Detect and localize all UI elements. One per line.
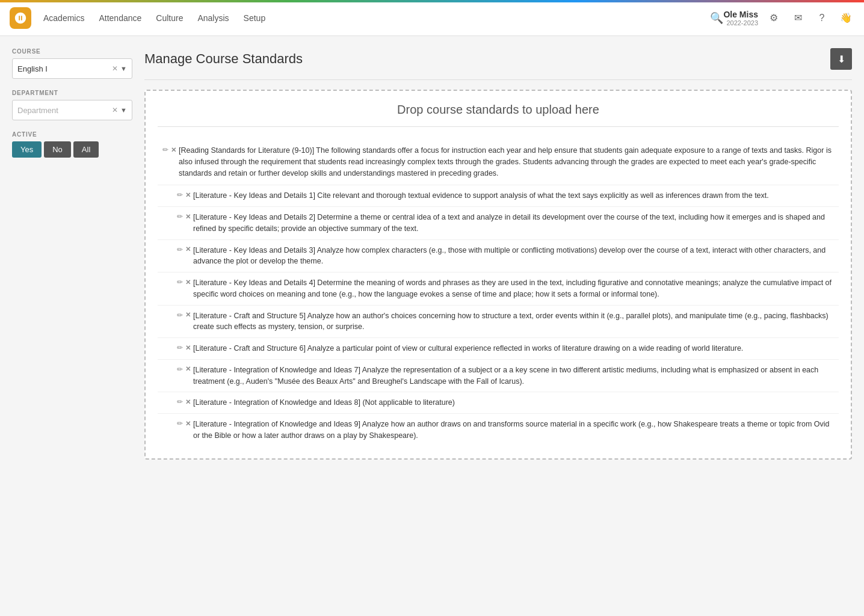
logo-icon [14, 11, 27, 25]
department-dropdown-icon[interactable]: ▼ [120, 106, 127, 114]
standard-text: [Literature - Key Ideas and Details 3] A… [193, 245, 834, 268]
help-icon[interactable]: ? [813, 10, 830, 26]
drop-zone-title: Drop course standards to upload here [158, 103, 839, 127]
school-name: Ole Miss [723, 10, 758, 19]
app-logo[interactable] [10, 7, 31, 29]
delete-icon[interactable]: ✕ [185, 365, 191, 373]
course-dropdown-icon[interactable]: ▼ [120, 65, 127, 72]
list-item: ✏✕ [Literature - Key Ideas and Details 1… [158, 185, 839, 207]
sidebar: COURSE English I ✕ ▼ DEPARTMENT Departme… [12, 48, 132, 604]
list-item: ✏✕ [Literature - Craft and Structure 6] … [158, 338, 839, 360]
standard-text: [Literature - Key Ideas and Details 2] D… [193, 212, 834, 235]
course-label: COURSE [12, 48, 132, 55]
course-select[interactable]: English I ✕ ▼ [12, 58, 132, 79]
page-title: Manage Course Standards [144, 51, 303, 67]
nav-attendance[interactable]: Attendance [99, 11, 141, 25]
standard-text: [Literature - Integration of Knowledge a… [193, 397, 455, 408]
content-header: Manage Course Standards ⬇ [144, 48, 852, 70]
delete-icon[interactable]: ✕ [185, 191, 191, 199]
list-item: ✏✕ [Literature - Key Ideas and Details 4… [158, 273, 839, 306]
nav-links: Academics Attendance Culture Analysis Se… [43, 11, 710, 25]
nav-academics[interactable]: Academics [43, 11, 84, 25]
list-item: ✏✕ [Literature - Key Ideas and Details 3… [158, 240, 839, 273]
delete-icon[interactable]: ✕ [185, 311, 191, 319]
active-group: Yes No All [12, 141, 132, 158]
edit-icon[interactable]: ✏ [177, 278, 183, 286]
settings-icon[interactable]: ⚙ [765, 10, 782, 26]
nav-analysis[interactable]: Analysis [197, 11, 229, 25]
edit-icon[interactable]: ✏ [177, 191, 183, 199]
delete-icon[interactable]: ✕ [185, 398, 191, 406]
delete-icon[interactable]: ✕ [185, 344, 191, 352]
download-button[interactable]: ⬇ [830, 48, 852, 70]
standard-row: ✏ ✕ [Reading Standards for Literature (9… [162, 145, 834, 179]
course-clear-icon[interactable]: ✕ [112, 64, 118, 73]
list-item: ✏✕ [Literature - Integration of Knowledg… [158, 392, 839, 414]
active-no-button[interactable]: No [44, 141, 71, 158]
messages-icon[interactable]: ✉ [789, 10, 806, 26]
search-icon[interactable]: 🔍 [710, 11, 723, 25]
department-label: DEPARTMENT [12, 90, 132, 96]
standard-text: [Literature - Integration of Knowledge a… [193, 365, 834, 387]
standard-text: [Literature - Craft and Structure 5] Ana… [193, 310, 834, 333]
edit-icon[interactable]: ✏ [177, 343, 183, 352]
standard-item: ✏ ✕ [Reading Standards for Literature (9… [158, 139, 839, 185]
standard-text: [Literature - Craft and Structure 6] Ana… [193, 343, 743, 354]
course-select-value: English I [17, 64, 112, 73]
delete-icon[interactable]: ✕ [185, 245, 191, 253]
active-yes-button[interactable]: Yes [12, 141, 42, 158]
department-select[interactable]: Department ✕ ▼ [12, 100, 132, 120]
delete-icon[interactable]: ✕ [185, 420, 191, 428]
active-section: ACTIVE Yes No All [12, 131, 132, 158]
standard-text: [Literature - Integration of Knowledge a… [193, 419, 834, 442]
department-placeholder: Department [17, 106, 112, 115]
drop-zone[interactable]: Drop course standards to upload here ✏ ✕… [144, 90, 852, 460]
nav-setup[interactable]: Setup [244, 11, 266, 25]
delete-icon[interactable]: ✕ [171, 146, 176, 154]
delete-icon[interactable]: ✕ [185, 279, 191, 286]
content-area: Manage Course Standards ⬇ Drop course st… [144, 48, 852, 604]
department-section: DEPARTMENT Department ✕ ▼ [12, 90, 132, 120]
department-clear-icon[interactable]: ✕ [112, 106, 118, 114]
standard-text: [Reading Standards for Literature (9-10)… [179, 145, 834, 179]
edit-icon[interactable]: ✏ [162, 146, 168, 154]
standard-text: [Literature - Key Ideas and Details 4] D… [193, 277, 834, 300]
list-item: ✏✕ [Literature - Key Ideas and Details 2… [158, 207, 839, 240]
main-container: COURSE English I ✕ ▼ DEPARTMENT Departme… [0, 36, 864, 616]
school-info: Ole Miss 2022-2023 [723, 10, 758, 26]
edit-icon[interactable]: ✏ [177, 212, 183, 221]
active-label: ACTIVE [12, 131, 132, 138]
list-item: ✏✕ [Literature - Integration of Knowledg… [158, 414, 839, 446]
nav-right: Ole Miss 2022-2023 ⚙ ✉ ? 👋 [723, 10, 854, 26]
delete-icon[interactable]: ✕ [185, 213, 191, 221]
user-icon[interactable]: 👋 [838, 10, 854, 26]
course-section: COURSE English I ✕ ▼ [12, 48, 132, 79]
list-item: ✏✕ [Literature - Integration of Knowledg… [158, 360, 839, 393]
edit-icon[interactable]: ✏ [177, 398, 183, 406]
list-item: ✏✕ [Literature - Craft and Structure 5] … [158, 306, 839, 339]
edit-icon[interactable]: ✏ [177, 245, 183, 254]
section-divider [144, 79, 852, 80]
edit-icon[interactable]: ✏ [177, 419, 183, 428]
navbar: Academics Attendance Culture Analysis Se… [0, 0, 864, 36]
school-year: 2022-2023 [723, 19, 758, 26]
edit-icon[interactable]: ✏ [177, 365, 183, 374]
active-all-button[interactable]: All [73, 141, 99, 158]
standard-text: [Literature - Key Ideas and Details 1] C… [193, 190, 769, 202]
standard-icons: ✏ ✕ [162, 146, 176, 154]
nav-culture[interactable]: Culture [156, 11, 183, 25]
edit-icon[interactable]: ✏ [177, 311, 183, 319]
